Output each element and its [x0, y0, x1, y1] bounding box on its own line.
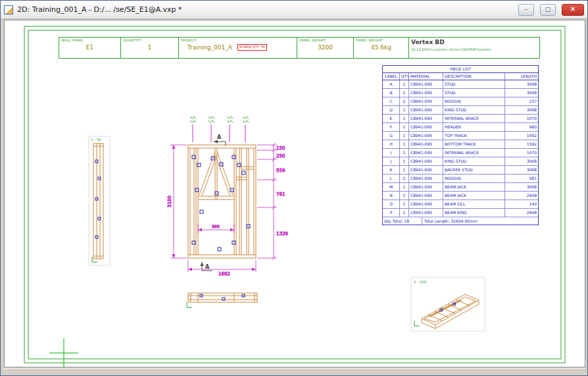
maximize-button[interactable]: □: [540, 4, 556, 16]
table-row: G 1 C8941-095 TOP TRACK 1592: [383, 132, 538, 140]
brand-section: Vertex BD 24.12.2019 Customer: Vertex CA…: [409, 38, 539, 58]
piece-list-body: A 1 C8941-095 STUD 3098 B 1 C8941-095 ST…: [383, 80, 538, 217]
cell-qty: 2: [400, 175, 409, 182]
titlebar[interactable]: 2D: Training_001_A - D:/... /se/SE_E1@A.…: [1, 1, 587, 19]
field-label: WALL PANEL: [61, 38, 118, 42]
cell-length: 581: [505, 175, 538, 182]
table-row: H 1 C8941-095 BOTTOM TRACK 1592: [383, 140, 538, 149]
cell-description: BEAM KING: [443, 209, 505, 217]
field-wall-panel: WALL PANEL E1: [59, 38, 121, 58]
cell-label: J: [383, 157, 400, 165]
cell-material: C8941-095: [409, 140, 443, 148]
brand-logo: Vertex BD: [411, 39, 537, 45]
table-row: O 1 C8941-095 BEAM SILL 140: [383, 200, 538, 209]
status-bar: [4, 368, 585, 375]
cell-material: C8941-095: [409, 166, 443, 174]
cell-description: NOGGIN: [443, 175, 505, 182]
cell-qty: 1: [400, 209, 409, 217]
cell-material: C8941-095: [409, 115, 443, 122]
cell-qty: 1: [400, 200, 409, 208]
table-row: L 2 C8941-095 NOGGIN 581: [383, 175, 538, 183]
cell-description: BEAM JACK: [443, 192, 505, 200]
cell-description: STUD: [443, 80, 505, 88]
col-qty: QTY: [400, 73, 409, 80]
cell-material: C8941-095: [409, 89, 443, 97]
col-length: LENGTH: [505, 73, 538, 80]
cell-qty: 2: [400, 97, 409, 105]
cell-material: C8941-095: [409, 192, 443, 200]
field-label: PANEL WEIGHT: [356, 38, 406, 42]
cell-label: P: [383, 209, 400, 217]
cell-label: O: [383, 200, 400, 208]
cell-length: 237: [505, 97, 538, 105]
minimize-button[interactable]: –: [518, 4, 534, 16]
cell-qty: 1: [400, 132, 409, 140]
title-block: WALL PANEL E1 QUANTITY 1 PROJECT Trainin…: [59, 37, 540, 59]
field-label: PROJECT: [181, 38, 295, 42]
table-row: N 1 C8941-095 BEAM JACK 2948: [383, 192, 538, 200]
cell-material: C8941-095: [409, 149, 443, 157]
cell-qty: 1: [400, 106, 409, 114]
cell-label: N: [383, 192, 400, 200]
cell-description: INTERNAL BRACE: [443, 115, 505, 122]
table-row: C 2 C8941-095 NOGGIN 237: [383, 97, 538, 106]
cell-length: 3098: [505, 183, 538, 191]
cell-qty: 1: [400, 140, 409, 148]
table-row: F 1 C8941-095 HEADER 980: [383, 123, 538, 132]
cell-material: C8941-095: [409, 80, 443, 88]
col-label: LABEL: [383, 73, 400, 80]
cell-label: F: [383, 123, 400, 131]
cell-material: C8941-095: [409, 200, 443, 208]
table-row: B 1 C8941-095 STUD 3098: [383, 89, 538, 97]
cell-label: E: [383, 115, 400, 122]
piece-list-header: LABEL QTY MATERIAL DESCRIPTION LENGTH: [383, 73, 538, 80]
cell-length: 1592: [505, 140, 538, 148]
piece-list-table: PIECE LIST LABEL QTY MATERIAL DESCRIPTIO…: [382, 65, 539, 225]
field-panel-height: PANEL HEIGHT 3200: [297, 38, 354, 58]
field-value: 45.6kg: [356, 44, 406, 51]
close-button[interactable]: ×: [562, 4, 584, 16]
cell-qty: 1: [400, 183, 409, 191]
qty-total: Qty Total: 18: [383, 217, 422, 225]
cell-length: 3098: [505, 106, 538, 114]
cell-qty: 1: [400, 149, 409, 157]
cell-length: 1070: [505, 115, 538, 122]
cell-description: BOTTOM TRACK: [443, 140, 505, 148]
window-title: 2D: Training_001_A - D:/... /se/SE_E1@A.…: [17, 5, 512, 14]
project-name: Training_001_A: [187, 44, 232, 51]
cell-label: B: [383, 89, 400, 97]
cell-description: BACKER STUD: [443, 166, 505, 174]
cell-material: C8941-095: [409, 97, 443, 105]
field-panel-weight: PANEL WEIGHT 45.6kg: [354, 38, 409, 58]
cell-length: 140: [505, 200, 538, 208]
table-row: E 1 C8941-095 INTERNAL BRACE 1070: [383, 115, 538, 123]
cell-material: C8941-095: [409, 157, 443, 165]
table-row: P 1 C8941-095 BEAM KING 2948: [383, 209, 538, 217]
cell-description: TOP TRACK: [443, 132, 505, 140]
cell-length: 3098: [505, 89, 538, 97]
table-row: K 1 C8941-095 BACKER STUD 3098: [383, 166, 538, 175]
cell-label: H: [383, 140, 400, 148]
cell-description: STUD: [443, 89, 505, 97]
cell-qty: 1: [400, 89, 409, 97]
cell-length: 3098: [505, 157, 538, 165]
cell-length: 3098: [505, 166, 538, 174]
cell-description: BEAM SILL: [443, 200, 505, 208]
piece-list-title: PIECE LIST: [383, 66, 538, 73]
cell-label: L: [383, 175, 400, 182]
cell-label: M: [383, 183, 400, 191]
app-icon: [4, 5, 13, 14]
cell-label: K: [383, 166, 400, 174]
cell-material: C8941-095: [409, 132, 443, 140]
cell-description: BEAM JACK: [443, 183, 505, 191]
table-row: D 1 C8941-095 KING STUD 3098: [383, 106, 538, 115]
cell-description: HEADER: [443, 123, 505, 131]
cell-material: C8941-095: [409, 106, 443, 114]
field-value: E1: [61, 44, 118, 51]
field-label: PANEL HEIGHT: [299, 38, 351, 42]
cell-label: D: [383, 106, 400, 114]
cell-material: C8941-095: [409, 123, 443, 131]
field-label: QUANTITY: [123, 38, 176, 42]
table-row: A 1 C8941-095 STUD 3098: [383, 80, 538, 89]
table-row: M 1 C8941-095 BEAM JACK 3098: [383, 183, 538, 192]
